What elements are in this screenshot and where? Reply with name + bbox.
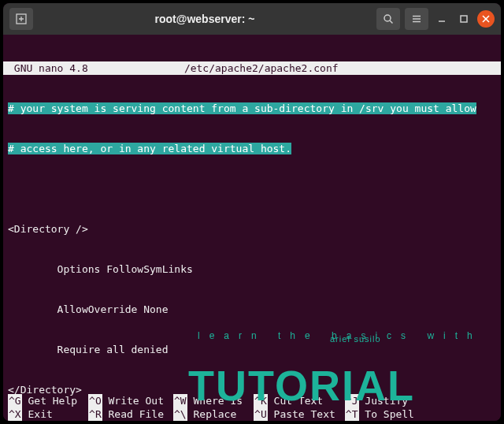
nano-filename: /etc/apache2/apache2.conf bbox=[88, 61, 435, 75]
shortcut-justify: ^J Justify bbox=[340, 394, 421, 407]
svg-line-4 bbox=[390, 20, 393, 24]
watermark-tagline: learn the basics with bbox=[198, 329, 456, 343]
editor-line: # access here, or in any related virtual… bbox=[3, 142, 501, 155]
shortcut-spell: ^T To Spell bbox=[340, 407, 421, 421]
nano-version: GNU nano 4.8 bbox=[8, 61, 88, 75]
svg-rect-9 bbox=[461, 16, 467, 22]
editor-line: <Directory /> bbox=[3, 222, 501, 236]
shortcut-help: ^G Get Help bbox=[3, 394, 83, 407]
minimize-button[interactable] bbox=[433, 10, 450, 28]
editor-line: Require all denied bbox=[3, 343, 501, 356]
search-button[interactable] bbox=[376, 8, 400, 30]
editor-line bbox=[3, 182, 501, 195]
window-title: root@webserver: ~ bbox=[38, 13, 372, 25]
shortcut-cut: ^K Cut Text bbox=[249, 394, 340, 407]
shortcut-replace: ^\ Replace bbox=[169, 407, 249, 421]
shortcut-exit: ^X Exit bbox=[3, 407, 83, 421]
editor-line: Options FollowSymLinks bbox=[3, 262, 501, 276]
editor-line: # your system is serving content from a … bbox=[3, 102, 501, 115]
editor-line: AllowOverride None bbox=[3, 303, 501, 316]
menu-button[interactable] bbox=[405, 8, 428, 30]
shortcut-writeout: ^O Write Out bbox=[83, 394, 169, 407]
svg-point-3 bbox=[384, 15, 391, 21]
new-tab-button[interactable] bbox=[9, 8, 33, 30]
shortcut-paste: ^U Paste Text bbox=[249, 407, 340, 421]
nano-titlebar: GNU nano 4.8 /etc/apache2/apache2.conf bbox=[3, 61, 501, 75]
maximize-button[interactable] bbox=[455, 10, 472, 28]
shortcut-whereis: ^W Where Is bbox=[169, 394, 249, 407]
terminal-content[interactable]: GNU nano 4.8 /etc/apache2/apache2.conf #… bbox=[3, 35, 501, 421]
close-button[interactable] bbox=[477, 10, 495, 28]
shortcut-readfile: ^R Read File bbox=[83, 407, 169, 421]
nano-footer: ^G Get Help ^O Write Out ^W Where Is ^K … bbox=[3, 394, 501, 421]
terminal-window: root@webserver: ~ GNU nano 4.8 /etc/apac… bbox=[3, 3, 501, 421]
titlebar: root@webserver: ~ bbox=[3, 3, 501, 35]
